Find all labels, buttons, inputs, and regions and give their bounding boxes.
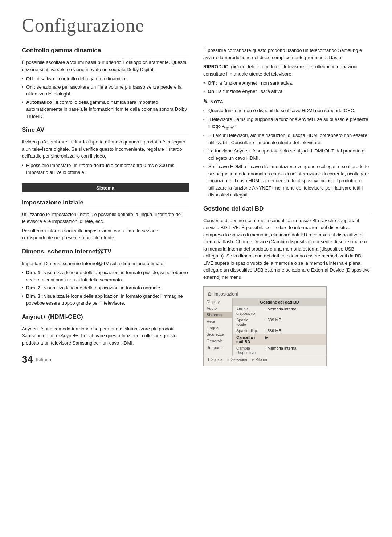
detail-value-disp: : 589 MB	[262, 328, 326, 334]
menu-screenshot: ⚙ Impostazioni Display Audio Sistema Ret…	[203, 286, 327, 366]
bullet-text-off: : disattiva il controllo della gamma din…	[33, 76, 127, 81]
menu-detail-row-totale: Spazio totale : 589 MB	[233, 317, 326, 328]
bullet-on-label: On	[208, 89, 214, 94]
controllo-bullets: Off : disattiva il controllo della gamma…	[22, 75, 189, 120]
menu-footer: ⬆ Sposta ☞ Seleziona ↩ Ritorna	[204, 356, 326, 363]
menu-nav-display: Display	[204, 298, 232, 305]
sinc-bullet-1: È possibile impostare un ritardo dell'au…	[22, 162, 189, 176]
dim2-text: : visualizza le icone delle applicazioni…	[40, 285, 162, 290]
nota-item-4: La funzione Anynet+ è supportata solo se…	[203, 147, 370, 162]
menu-detail: Gestione dei dati BD Attuale dispositivo…	[233, 298, 326, 356]
dimens-intro: Impostare Dimens. schermo Internet@TV su…	[22, 260, 189, 267]
controllo-bullet-on: On : selezionare per ascoltare un file a…	[22, 84, 189, 98]
dimens-bullet-dim3: Dim. 3 : visualizza le icone delle appli…	[22, 293, 189, 307]
menu-nav-sicurezza: Sicurezza	[204, 331, 232, 338]
menu-header-text: Impostazioni	[213, 292, 238, 297]
dim1-label: Dim. 1	[26, 270, 40, 275]
anynet-logo: Anynet+	[222, 124, 237, 129]
sinc-bullet-text: È possibile impostare un ritardo dell'au…	[26, 163, 176, 175]
menu-nav: Display Audio Sistema Rete Lingua Sicure…	[204, 298, 233, 356]
footer-ritorna: ↩ Ritorna	[252, 358, 267, 362]
detail-label-disp: Spazio disp.	[233, 328, 262, 334]
menu-nav-audio: Audio	[204, 305, 232, 312]
nota-list: Questa funzione non è disponibile se il …	[203, 107, 370, 199]
riproduci-text: RIPRODUCI (►) del telecomando del televi…	[203, 63, 370, 77]
bullet-on-text: : la funzione Anynet+ sarà attiva.	[214, 89, 284, 94]
menu-detail-row-cambia: Cambia Dispositivo : Memoria interna	[233, 345, 326, 356]
anynet-bullet-on: On : la funzione Anynet+ sarà attiva.	[203, 88, 370, 95]
nota-section: ✎ NOTA Questa funzione non è disponibile…	[203, 98, 370, 199]
dim2-label: Dim. 2	[26, 285, 40, 290]
impostazione-p1: Utilizzando le impostazioni iniziali, è …	[22, 211, 189, 225]
menu-nav-lingua: Lingua	[204, 325, 232, 331]
menu-nav-rete: Rete	[204, 318, 232, 325]
section-title-dimens: Dimens. schermo Internet@TV	[22, 248, 189, 257]
sistema-header: Sistema	[22, 183, 189, 192]
right-column: È possibile comandare questo prodotto us…	[203, 47, 370, 366]
impostazione-p2: Per ulteriori informazioni sulle imposta…	[22, 227, 189, 241]
dimens-bullets: Dim. 1 : visualizza le icone delle appli…	[22, 269, 189, 307]
anynet-right-bullets: Off : la funzione Anynet+ non sarà attiv…	[203, 80, 370, 95]
nota-item-1: Questa funzione non è disponibile se il …	[203, 107, 370, 114]
right-intro-p1: È possibile comandare questo prodotto us…	[203, 47, 370, 61]
anynet-bullet-off: Off : la funzione Anynet+ non sarà attiv…	[203, 80, 370, 87]
menu-detail-table: Attuale dispositivo : Memoria interna Sp…	[233, 306, 326, 356]
section-title-gestione: Gestione dei dati BD	[203, 205, 370, 214]
controllo-bullet-off: Off : disattiva il controllo della gamma…	[22, 75, 189, 82]
sinc-bullets: È possibile impostare un ritardo dell'au…	[22, 162, 189, 176]
controllo-intro: È possibile ascoltare a volumi bassi pur…	[22, 59, 189, 73]
dim1-text: : visualizza le icone delle applicazioni…	[26, 270, 188, 282]
menu-detail-row-cancella: Cancella i dati BD ▶	[233, 334, 326, 345]
section-title-impostazione: Impostazione iniziale	[22, 199, 189, 208]
dimens-bullet-dim2: Dim. 2 : visualizza le icone delle appli…	[22, 284, 189, 292]
bullet-off-label: Off	[208, 80, 215, 86]
controllo-bullet-auto: Automatico : il controllo della gamma di…	[22, 99, 189, 120]
page-footer: 34 Italiano	[22, 354, 189, 365]
nota-title: ✎ NOTA	[203, 98, 370, 105]
menu-body: Display Audio Sistema Rete Lingua Sicure…	[204, 298, 326, 356]
detail-value-totale: : 589 MB	[262, 317, 326, 328]
nota-item-3: Su alcuni televisori, alcune risoluzioni…	[203, 132, 370, 146]
riproduci-label: RIPRODUCI (►)	[203, 64, 239, 69]
footer-sposta: ⬆ Sposta	[207, 358, 222, 362]
detail-value-cambia: : Memoria interna	[262, 345, 326, 356]
detail-label-attuale: Attuale dispositivo	[233, 306, 262, 317]
anynet-intro: Anynet+ è una comoda funzione che permet…	[22, 325, 189, 347]
dimens-bullet-dim1: Dim. 1 : visualizza le icone delle appli…	[22, 269, 189, 283]
section-title-anynet: Anynet+ (HDMI-CEC)	[22, 313, 189, 322]
menu-header: ⚙ Impostazioni	[204, 290, 326, 298]
menu-detail-row-disp: Spazio disp. : 589 MB	[233, 328, 326, 334]
section-title-sinc: Sinc AV	[22, 126, 189, 135]
bullet-label-auto: Automatico	[26, 99, 52, 105]
menu-nav-generale: Generale	[204, 338, 232, 344]
nota-icon: ✎	[203, 98, 208, 105]
menu-nav-supporto: Supporto	[204, 344, 232, 351]
detail-value-cancella: ▶	[262, 334, 326, 345]
nota-item-5: Se il cavo HDMI o il cavo di alimentazio…	[203, 163, 370, 199]
nota-item-2: Il televisore Samsung supporta la funzio…	[203, 116, 370, 131]
page-number-value: 34	[22, 354, 33, 365]
detail-label-cancella: Cancella i dati BD	[233, 334, 262, 345]
sinc-intro: Il video può sembrare in ritardo rispett…	[22, 138, 189, 160]
nota-label: NOTA	[210, 99, 223, 105]
bullet-label-off: Off	[26, 76, 33, 81]
page-language: Italiano	[36, 357, 51, 362]
section-title-controllo: Controllo gamma dinamica	[22, 47, 189, 56]
footer-seleziona: ☞ Seleziona	[227, 358, 247, 362]
page-title: Configurazione	[22, 15, 370, 36]
bullet-off-text: : la funzione Anynet+ non sarà attiva.	[215, 80, 293, 86]
bullet-text-on: : selezionare per ascoltare un file a vo…	[26, 84, 182, 97]
detail-label-cambia: Cambia Dispositivo	[233, 345, 262, 356]
dim3-text: : visualizza le icone delle applicazioni…	[26, 293, 183, 306]
detail-value-attuale: : Memoria interna	[262, 306, 326, 317]
detail-label-totale: Spazio totale	[233, 317, 262, 328]
bullet-label-on: On	[26, 84, 33, 90]
settings-icon: ⚙	[207, 291, 212, 297]
menu-nav-sistema: Sistema	[204, 312, 232, 318]
menu-detail-row-attuale: Attuale dispositivo : Memoria interna	[233, 306, 326, 317]
menu-col-title: Gestione dei dati BD	[233, 298, 326, 306]
gestione-p1: Consente di gestire i contenuti scaricat…	[203, 217, 370, 281]
dim3-label: Dim. 3	[26, 293, 40, 299]
left-column: Controllo gamma dinamica È possibile asc…	[22, 47, 189, 366]
